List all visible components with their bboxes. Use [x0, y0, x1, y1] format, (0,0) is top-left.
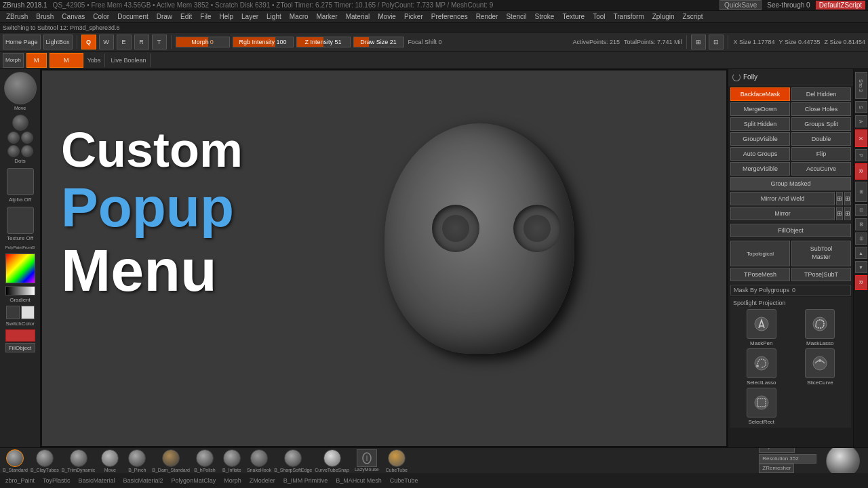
- brush-b-hpolish[interactable]: B_hPolish: [193, 449, 217, 472]
- switch-color-dark[interactable]: [6, 306, 20, 319]
- menu-picker[interactable]: Picker: [401, 12, 427, 21]
- far-right-btn-3[interactable]: P: [855, 149, 867, 161]
- sym-orange-btn-2[interactable]: M: [50, 53, 83, 68]
- sym-orange-btn-1[interactable]: M: [26, 53, 47, 68]
- menu-color[interactable]: Color: [90, 12, 113, 21]
- menu-zplugin[interactable]: Zplugin: [649, 12, 678, 21]
- quicksave-btn[interactable]: QuickSave: [719, 0, 762, 10]
- brush-b-standard[interactable]: B_Standard: [3, 449, 28, 472]
- home-page-btn[interactable]: Home Page: [3, 35, 41, 49]
- far-right-btn-8[interactable]: ▲: [855, 247, 867, 259]
- mirror-and-weld-btn[interactable]: Mirror And Weld: [730, 192, 835, 205]
- far-right-btn-solo[interactable]: S: [855, 101, 867, 113]
- transform-icon-1[interactable]: ⊞: [691, 35, 706, 49]
- menu-stencil[interactable]: Stencil: [502, 12, 530, 21]
- draw-mode-t[interactable]: T: [152, 35, 167, 49]
- dot-brush-icon-5[interactable]: [21, 145, 33, 157]
- group-visible-btn[interactable]: GroupVisible: [730, 132, 790, 146]
- far-right-btn-5[interactable]: ⊡: [855, 204, 867, 216]
- far-right-btn-1[interactable]: Sho 3: [855, 72, 867, 99]
- far-right-btn-red-2[interactable]: R: [855, 163, 867, 180]
- far-right-btn-4[interactable]: ⊞: [855, 182, 867, 202]
- fill-object-panel-btn[interactable]: FillObject: [730, 224, 851, 237]
- brush-b-inflate[interactable]: B_Inflate: [220, 449, 244, 472]
- menu-stroke[interactable]: Stroke: [531, 12, 557, 21]
- merge-down-btn[interactable]: MergeDown: [730, 102, 790, 116]
- sym-morph-btn[interactable]: Morph: [3, 53, 24, 68]
- brush-curve-tube-snap[interactable]: CurveTubeSnap: [315, 449, 349, 472]
- close-holes-btn[interactable]: Close Holes: [791, 102, 851, 116]
- dot-brush-icon-2[interactable]: [7, 131, 20, 144]
- far-right-btn-6[interactable]: ⊠: [855, 218, 867, 230]
- del-hidden-btn[interactable]: Del Hidden: [791, 87, 851, 101]
- menu-light[interactable]: Light: [263, 12, 285, 21]
- menu-texture[interactable]: Texture: [559, 12, 588, 21]
- transform-icon-2[interactable]: ⊡: [709, 35, 724, 49]
- gradient-bar[interactable]: [5, 286, 35, 296]
- switch-color-light[interactable]: [21, 306, 35, 319]
- red-action-bar[interactable]: [5, 329, 35, 342]
- mirror-icon[interactable]: ⊞: [836, 207, 843, 220]
- draw-mode-e[interactable]: E: [117, 35, 132, 49]
- brush-snake-hook[interactable]: SnakeHook: [247, 449, 271, 472]
- draw-mode-w[interactable]: W: [99, 35, 114, 49]
- mirror-btn[interactable]: Mirror: [730, 207, 835, 220]
- brush-b-pinch[interactable]: B_Pinch: [125, 449, 149, 472]
- menu-zbrush[interactable]: ZBrush: [3, 12, 31, 21]
- double-btn[interactable]: Double: [791, 132, 851, 146]
- mask-lasso-cell[interactable]: MaskLasso: [792, 309, 849, 346]
- tpose-mesh-btn[interactable]: TPoseMesh: [730, 268, 790, 281]
- morph-slider[interactable]: Morph 0: [176, 37, 230, 47]
- dyna-mesh-btn[interactable]: DynaMesh: [759, 448, 794, 453]
- draw-size-slider[interactable]: Draw Size 21: [353, 37, 404, 47]
- menu-help[interactable]: Help: [216, 12, 237, 21]
- z-remesher-btn[interactable]: ZRemesher: [759, 464, 794, 473]
- group-masked-btn[interactable]: Group Masked: [730, 177, 851, 190]
- menu-canvas[interactable]: Canvas: [58, 12, 88, 21]
- lazy-mouse-icon[interactable]: [357, 449, 377, 467]
- far-right-btn-7[interactable]: ⊟: [855, 232, 867, 245]
- menu-zscript[interactable]: Zscript: [679, 12, 707, 21]
- refresh-icon[interactable]: [732, 73, 741, 81]
- menu-layer[interactable]: Layer: [238, 12, 262, 21]
- lightbox-btn[interactable]: LightBox: [43, 35, 73, 49]
- menu-draw[interactable]: Draw: [153, 12, 176, 21]
- draw-mode-q[interactable]: Q: [81, 35, 96, 49]
- split-hidden-btn[interactable]: Split Hidden: [730, 117, 790, 131]
- brush-b-claytubes[interactable]: B_ClayTubes: [31, 449, 59, 472]
- brush-b-dam-standard[interactable]: B_Dam_Standard: [152, 449, 190, 472]
- dot-brush-icon-1[interactable]: [12, 115, 28, 131]
- texture-preview[interactable]: [7, 207, 34, 234]
- accu-curve-btn[interactable]: AccuCurve: [791, 162, 851, 176]
- alpha-preview[interactable]: [7, 168, 34, 195]
- rgb-slider[interactable]: Rgb Intensity 100: [233, 37, 294, 47]
- mask-pen-cell[interactable]: MaskPen: [733, 309, 790, 346]
- z-slider[interactable]: Z Intensity 51: [296, 37, 351, 47]
- menu-brush[interactable]: Brush: [33, 12, 57, 21]
- draw-mode-r[interactable]: R: [134, 35, 149, 49]
- material-preview-sphere[interactable]: [4, 72, 37, 104]
- color-swatch[interactable]: [5, 253, 35, 283]
- auto-groups-btn[interactable]: Auto Groups: [730, 147, 790, 161]
- far-right-btn-9[interactable]: ▼: [855, 261, 867, 273]
- menu-render[interactable]: Render: [473, 12, 502, 21]
- menu-file[interactable]: File: [197, 12, 214, 21]
- mirror-icon2[interactable]: ⊞: [844, 207, 851, 220]
- menu-document[interactable]: Document: [114, 12, 152, 21]
- far-right-btn-red-3[interactable]: R: [855, 275, 867, 290]
- brush-b-sharpsoftedge[interactable]: B_SharpSoftEdge: [274, 449, 312, 472]
- select-lasso-cell[interactable]: SelectLasso: [733, 348, 790, 386]
- subtool-master-btn[interactable]: SubTool Master: [791, 241, 851, 266]
- backface-mask-btn[interactable]: BackfaceMask: [730, 87, 790, 101]
- tpose-subt-btn[interactable]: TPose|SubT: [791, 268, 851, 281]
- mirror-and-weld-icon[interactable]: ⊞: [836, 192, 843, 205]
- menu-edit[interactable]: Edit: [177, 12, 195, 21]
- center-canvas[interactable]: Custom Popup Menu: [41, 69, 728, 447]
- far-right-btn-2[interactable]: A: [855, 115, 867, 127]
- menu-marker[interactable]: Marker: [313, 12, 341, 21]
- default-script-btn[interactable]: DefaultZScript: [816, 1, 865, 9]
- far-right-btn-red-1[interactable]: X: [855, 129, 867, 147]
- brush-move[interactable]: Move: [98, 449, 122, 472]
- merge-visible-btn[interactable]: MergeVisible: [730, 162, 790, 176]
- menu-material[interactable]: Material: [342, 12, 374, 21]
